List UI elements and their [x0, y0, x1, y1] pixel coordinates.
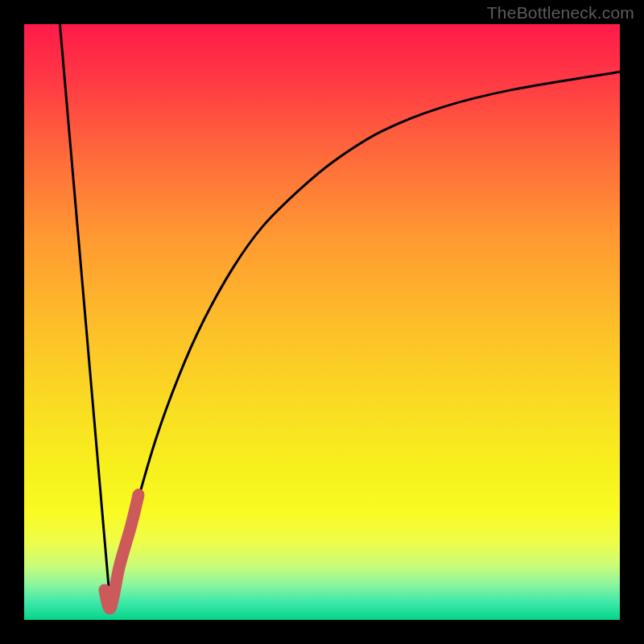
rising-curve: [110, 72, 620, 608]
chart-frame: TheBottleneck.com: [0, 0, 644, 644]
watermark-text: TheBottleneck.com: [487, 3, 634, 23]
plot-area: [24, 24, 620, 620]
highlight-marker: [105, 495, 138, 609]
curve-layer: [24, 24, 620, 620]
falling-line: [60, 24, 110, 608]
